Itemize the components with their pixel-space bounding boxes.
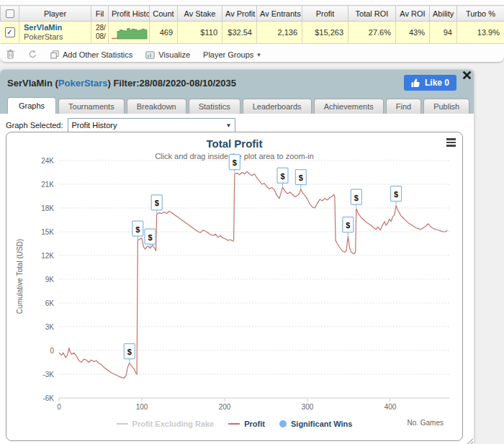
row-select-cell[interactable]: ✓ — [1, 22, 19, 44]
tab-graphs[interactable]: Graphs — [7, 97, 56, 114]
y-tick-12K: 12K — [41, 252, 54, 260]
y-tick--3K: -3K — [42, 371, 54, 379]
tab-achievements[interactable]: Achievements — [314, 99, 384, 114]
x-tick-300: 300 — [302, 403, 314, 411]
graph-selected-label: Graph Selected: — [6, 121, 63, 130]
delete-button[interactable] — [6, 49, 15, 60]
graph-type-select[interactable]: Profit History ▼ — [68, 118, 235, 132]
refresh-button[interactable] — [28, 50, 37, 60]
select-all-checkbox[interactable] — [6, 9, 14, 18]
x-tick-400: 400 — [384, 403, 397, 411]
search-results-card: PlayerFilProfit HistorCountAv StakeAv Pr… — [0, 0, 504, 63]
thumb-up-icon — [411, 78, 420, 88]
column-header-profit-histor[interactable]: Profit Histor — [109, 6, 150, 22]
player-name-link[interactable]: SerVlaMin — [24, 23, 86, 32]
panel-tabs: GraphsTournamentsBreakdownStatisticsLead… — [0, 96, 474, 114]
tab-leaderboards[interactable]: Leaderboards — [243, 99, 312, 114]
x-axis-title: No. Games — [407, 419, 444, 427]
y-tick-0: 0 — [50, 347, 54, 355]
tab-tournaments[interactable]: Tournaments — [58, 99, 125, 114]
visualize-label: Visualize — [158, 50, 190, 59]
column-header-av-entrants[interactable]: Av Entrants — [257, 6, 302, 22]
visualize-button[interactable]: Visualize — [145, 50, 190, 59]
add-other-statistics-button[interactable]: Add Other Statistics — [50, 50, 132, 59]
y-tick-3K: 3K — [45, 323, 55, 331]
dollar-icon: $ — [135, 225, 140, 234]
row-checkbox[interactable]: ✓ — [5, 27, 15, 37]
y-tick-6K: 6K — [45, 299, 55, 307]
refresh-icon — [28, 50, 37, 59]
tab-find[interactable]: Find — [386, 99, 421, 114]
results-table: PlayerFilProfit HistorCountAv StakeAv Pr… — [0, 5, 504, 44]
filter-cell: 28/ 08/ — [91, 22, 109, 44]
graph-select-row: Graph Selected: Profit History ▼ — [0, 114, 474, 132]
player-groups-dropdown[interactable]: Player Groups ▾ — [203, 50, 261, 59]
count-cell: 469 — [150, 22, 178, 44]
filter-line1: 28/ — [96, 24, 104, 32]
tab-statistics[interactable]: Statistics — [189, 99, 240, 114]
av-roi-cell: 43% — [396, 22, 430, 44]
graph-type-value: Profit History — [72, 121, 117, 130]
column-header-ability[interactable]: Ability — [430, 6, 457, 22]
panel-title-player: SerVlaMin — [7, 78, 53, 89]
chevron-down-icon: ▾ — [257, 51, 261, 58]
table-row[interactable]: ✓ SerVlaMin PokerStars 28/ 08/ 469 $110 … — [1, 22, 504, 44]
player-detail-panel: SerVlaMin (PokerStars) Filter:28/08/2020… — [0, 70, 474, 444]
column-header-av-roi[interactable]: Av ROI — [396, 6, 430, 22]
legend-swatch-significant-wins — [279, 420, 287, 427]
column-header-av-stake[interactable]: Av Stake — [178, 6, 222, 22]
dollar-icon: $ — [233, 158, 237, 167]
resize-handle[interactable] — [466, 437, 473, 444]
av-entrants-cell: 2,136 — [257, 22, 302, 44]
av-profit-cell: $32.54 — [222, 22, 257, 44]
panel-title-filter: Filter:28/08/2020-08/10/2035 — [113, 78, 236, 89]
column-header-av-profit[interactable]: Av Profit — [222, 6, 257, 22]
like-label: Like 0 — [425, 78, 449, 88]
profit-line — [59, 171, 447, 378]
profit-history-sparkline — [110, 22, 148, 41]
trash-icon — [6, 49, 15, 59]
legend-profit-excluding-rake[interactable]: Profit Excluding Rake — [117, 420, 215, 428]
legend-profit[interactable]: Profit — [228, 420, 265, 428]
facebook-like-button[interactable]: Like 0 — [404, 75, 456, 91]
column-header-turbo-[interactable]: Turbo % — [457, 6, 504, 22]
column-header-profit[interactable]: Profit — [302, 6, 348, 22]
dollar-icon: $ — [299, 173, 303, 182]
filter-line2: 08/ — [96, 32, 104, 41]
legend-label-significant-wins: Significant Wins — [291, 420, 352, 428]
panel-body: Graph Selected: Profit History ▼ Total P… — [0, 114, 474, 444]
dollar-icon: $ — [346, 221, 350, 230]
profit-history-cell[interactable] — [109, 22, 150, 44]
y-axis-title: Cumulative Total (USD) — [16, 239, 24, 314]
close-icon[interactable] — [462, 71, 472, 80]
visualize-icon — [145, 51, 155, 59]
player-cell[interactable]: SerVlaMin PokerStars — [19, 22, 91, 44]
column-header-fil[interactable]: Fil — [91, 6, 109, 22]
y-tick--6K: -6K — [42, 394, 54, 402]
panel-header: SerVlaMin (PokerStars) Filter:28/08/2020… — [0, 70, 474, 96]
profit-chart[interactable]: Total Profit Click and drag inside the p… — [6, 132, 463, 441]
tab-publish[interactable]: Publish — [423, 99, 469, 114]
select-all-header[interactable] — [1, 6, 19, 22]
chart-plot-area[interactable]: 24K21K18K15K12K9K6K3K0-3K-6K010020030040… — [6, 132, 462, 440]
y-tick-9K: 9K — [45, 276, 55, 284]
x-tick-200: 200 — [219, 403, 231, 411]
legend-label-profit: Profit — [244, 420, 265, 428]
dollar-icon: $ — [127, 348, 132, 356]
column-header-player[interactable]: Player — [19, 6, 91, 22]
add-statistics-icon — [50, 50, 59, 59]
panel-title: SerVlaMin (PokerStars) Filter:28/08/2020… — [7, 78, 236, 89]
y-tick-21K: 21K — [41, 181, 54, 189]
total-roi-cell: 27.6% — [348, 22, 396, 44]
column-header-total-roi[interactable]: Total ROI — [348, 6, 396, 22]
column-header-count[interactable]: Count — [150, 6, 178, 22]
y-tick-15K: 15K — [41, 228, 54, 236]
player-groups-label: Player Groups — [203, 50, 253, 59]
legend-significant-wins[interactable]: Significant Wins — [279, 420, 352, 428]
chart-legend: Profit Excluding Rake Profit Significant… — [6, 420, 462, 428]
x-tick-100: 100 — [136, 403, 148, 411]
table-header-row: PlayerFilProfit HistorCountAv StakeAv Pr… — [1, 6, 504, 22]
tab-breakdown[interactable]: Breakdown — [127, 99, 186, 114]
player-site: PokerStars — [24, 32, 86, 42]
add-other-statistics-label: Add Other Statistics — [63, 50, 132, 59]
